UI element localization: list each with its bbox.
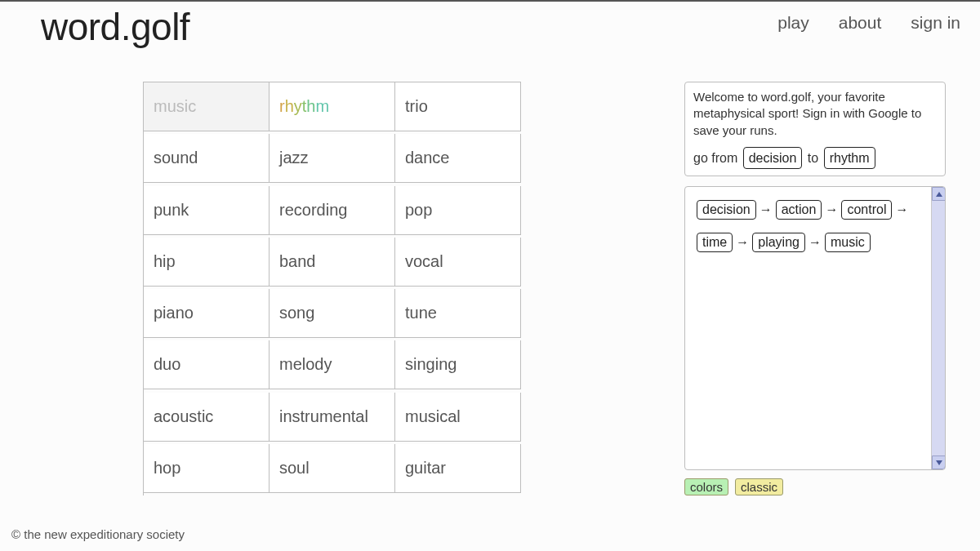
arrow-right-icon: → bbox=[807, 235, 823, 250]
path-chip[interactable]: control bbox=[841, 200, 892, 220]
arrow-right-icon: → bbox=[734, 235, 751, 250]
path-panel: decision→action→control→time→playing→mus… bbox=[684, 186, 946, 470]
nav-about[interactable]: about bbox=[839, 13, 882, 33]
chevron-down-icon bbox=[936, 460, 942, 465]
path-flow: decision→action→control→time→playing→mus… bbox=[697, 198, 917, 254]
welcome-text: Welcome to word.golf, your favorite meta… bbox=[693, 89, 937, 139]
path-chip[interactable]: time bbox=[697, 233, 733, 252]
line-break bbox=[697, 224, 917, 228]
nav-play[interactable]: play bbox=[777, 13, 809, 33]
nav-signin[interactable]: sign in bbox=[911, 13, 960, 33]
word-cell[interactable]: recording bbox=[270, 186, 395, 235]
path-chip[interactable]: playing bbox=[752, 233, 805, 252]
word-cell[interactable]: piano bbox=[144, 289, 270, 338]
word-cell[interactable]: band bbox=[270, 238, 395, 287]
word-cell[interactable]: instrumental bbox=[270, 393, 395, 442]
word-cell[interactable]: trio bbox=[395, 82, 521, 131]
theme-colors-button[interactable]: colors bbox=[684, 478, 728, 495]
word-cell[interactable]: hop bbox=[144, 444, 270, 493]
theme-classic-button[interactable]: classic bbox=[735, 478, 783, 495]
word-cell[interactable]: duo bbox=[144, 340, 270, 389]
target-word-cell[interactable]: rhythm bbox=[270, 82, 395, 131]
word-cell[interactable]: jazz bbox=[270, 134, 395, 183]
top-nav: play about sign in bbox=[777, 2, 964, 33]
welcome-panel: Welcome to word.golf, your favorite meta… bbox=[684, 82, 946, 176]
word-grid: musicrhythmtriosoundjazzdancepunkrecordi… bbox=[143, 82, 521, 495]
theme-row: colors classic bbox=[684, 478, 946, 495]
word-cell[interactable]: acoustic bbox=[144, 393, 270, 442]
rainbow-word: rhythm bbox=[279, 97, 329, 116]
scroll-down-button[interactable] bbox=[932, 455, 946, 469]
goal-prefix: go from bbox=[693, 151, 737, 165]
word-cell[interactable]: vocal bbox=[395, 238, 521, 287]
path-chip[interactable]: decision bbox=[697, 200, 756, 220]
goal-line: go from decision to rhythm bbox=[693, 147, 937, 170]
brand-title: word.golf bbox=[41, 2, 189, 49]
scroll-up-button[interactable] bbox=[932, 187, 946, 201]
word-cell[interactable]: song bbox=[270, 289, 395, 338]
path-chip[interactable]: action bbox=[776, 200, 822, 220]
word-cell[interactable]: dance bbox=[395, 134, 521, 183]
arrow-right-icon: → bbox=[893, 202, 910, 217]
arrow-right-icon: → bbox=[758, 202, 774, 217]
word-cell[interactable]: sound bbox=[144, 134, 270, 183]
word-cell[interactable]: tune bbox=[395, 289, 521, 338]
word-cell[interactable]: punk bbox=[144, 186, 270, 235]
side-panel: Welcome to word.golf, your favorite meta… bbox=[684, 82, 946, 495]
word-cell[interactable]: singing bbox=[395, 340, 521, 389]
current-word-cell: music bbox=[144, 82, 270, 131]
footer-copyright: © the new expeditionary society bbox=[11, 527, 185, 541]
chevron-up-icon bbox=[936, 192, 942, 197]
goal-from-chip[interactable]: decision bbox=[743, 147, 803, 170]
word-cell[interactable]: hip bbox=[144, 238, 270, 287]
word-cell[interactable]: musical bbox=[395, 393, 521, 442]
word-cell[interactable]: soul bbox=[270, 444, 395, 493]
arrow-right-icon: → bbox=[823, 202, 840, 217]
word-cell[interactable]: guitar bbox=[395, 444, 521, 493]
goal-to-chip[interactable]: rhythm bbox=[824, 147, 875, 170]
scrollbar[interactable] bbox=[931, 187, 945, 469]
word-cell[interactable]: melody bbox=[270, 340, 395, 389]
goal-mid: to bbox=[808, 151, 818, 165]
path-chip[interactable]: music bbox=[825, 233, 871, 252]
word-cell[interactable]: pop bbox=[395, 186, 521, 235]
